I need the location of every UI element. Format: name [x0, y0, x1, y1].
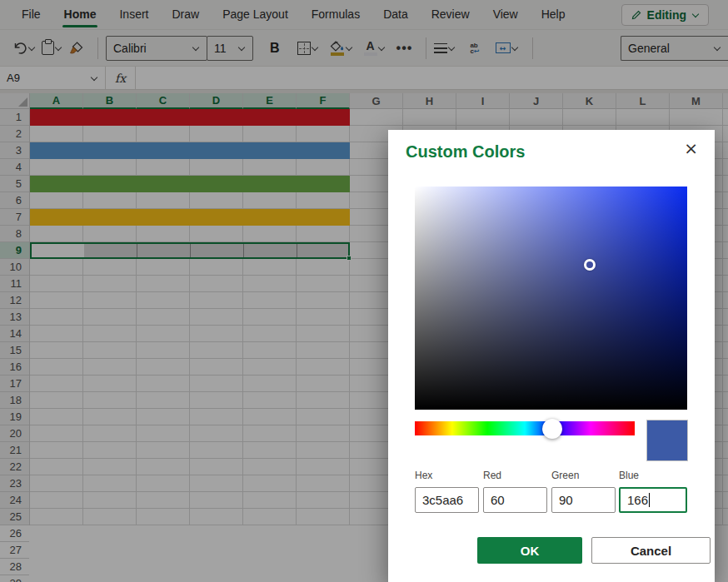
blue-label: Blue [619, 470, 687, 481]
dialog-title: Custom Colors [406, 142, 525, 162]
close-button[interactable]: × [677, 135, 705, 162]
blue-field-group: Blue166 [619, 470, 687, 513]
text-caret [649, 493, 650, 507]
hex-value: 3c5aa6 [422, 493, 463, 507]
color-gradient-picker[interactable] [415, 187, 687, 410]
blue-input[interactable]: 166 [619, 487, 687, 513]
hex-field-group: Hex3c5aa6 [415, 470, 479, 513]
green-label: Green [551, 470, 616, 481]
red-value: 60 [491, 493, 505, 507]
red-input[interactable]: 60 [483, 487, 547, 513]
hex-label: Hex [415, 470, 479, 481]
excel-app-window: FileHomeInsertDrawPage LayoutFormulasDat… [0, 0, 728, 582]
ok-button[interactable]: OK [477, 537, 582, 564]
green-field-group: Green90 [551, 470, 616, 513]
custom-colors-dialog: Custom Colors × Hex3c5aa6Red60Green90Blu… [388, 130, 715, 582]
cancel-button[interactable]: Cancel [591, 537, 711, 564]
red-field-group: Red60 [483, 470, 547, 513]
green-value: 90 [559, 493, 573, 507]
hue-slider-thumb[interactable] [542, 419, 562, 439]
blue-value: 166 [627, 493, 648, 507]
color-picker-handle[interactable] [584, 259, 596, 271]
selected-color-swatch [646, 420, 688, 461]
green-input[interactable]: 90 [551, 487, 616, 513]
red-label: Red [483, 470, 547, 481]
hue-slider[interactable] [415, 421, 635, 435]
hex-input[interactable]: 3c5aa6 [415, 487, 479, 513]
